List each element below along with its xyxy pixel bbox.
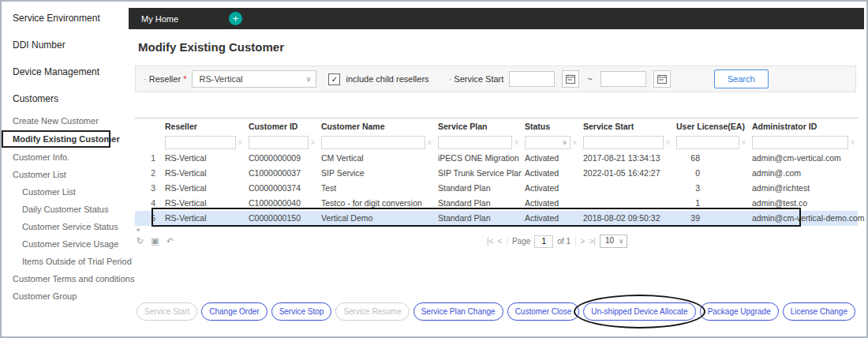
sidebar-item-customer-service-status[interactable]: Customer Service Status: [2, 218, 129, 235]
column-header-service-plan[interactable]: Service Plan: [435, 118, 522, 135]
refresh-icon[interactable]: ↻: [137, 236, 144, 246]
service-start-to-input[interactable]: [600, 71, 646, 87]
cell: admin@cm-vertical-demo.com: [749, 211, 858, 226]
cell: SIP Trunk Service Plan: [435, 166, 522, 181]
sidebar-item-create-new-customer[interactable]: Create New Customer: [2, 112, 129, 130]
required-mark: *: [183, 74, 186, 84]
clear-filter-icon[interactable]: X: [742, 139, 746, 146]
sidebar-item-modify-existing-customer[interactable]: Modify Existing Customer: [2, 130, 110, 148]
customer-id-filter-input[interactable]: [249, 136, 309, 149]
hscroll-left-icon[interactable]: ◄: [135, 227, 140, 232]
sidebar-item-customer-terms-and-conditions[interactable]: Customer Terms and conditions: [2, 270, 129, 287]
calendar-icon: [657, 74, 667, 84]
cell: C0000000009: [245, 151, 318, 166]
column-header-status[interactable]: Status: [522, 118, 580, 135]
sidebar-item-service-environment[interactable]: Service Environment: [2, 5, 129, 32]
app-window: Service EnvironmentDDI NumberDevice Mana…: [0, 0, 868, 338]
service-stop-button[interactable]: Service Stop: [271, 302, 332, 321]
page-size-select[interactable]: 10∨: [600, 235, 627, 248]
pager-divider: |: [506, 237, 508, 246]
customer-name-filter-input[interactable]: [321, 136, 425, 149]
column-header-customer-id[interactable]: Customer ID: [245, 118, 318, 135]
sidebar-item-items-outside-of-trial-period[interactable]: Items Outside of Trial Period: [2, 253, 129, 270]
first-page-icon[interactable]: |<: [487, 237, 493, 246]
cell: Test: [318, 181, 435, 196]
table-body: 1RS-VerticalC0000000009CM VerticaliPECS …: [135, 151, 858, 226]
cell: admin@richtest: [749, 181, 858, 196]
calendar-to-button[interactable]: [653, 70, 671, 88]
column-header-customer-name[interactable]: Customer Name: [318, 118, 435, 135]
table-row-C0000000009[interactable]: 1RS-VerticalC0000000009CM VerticaliPECS …: [135, 151, 858, 166]
table-row-C0000000374[interactable]: 3RS-VerticalC0000000374TestStandard Plan…: [135, 181, 858, 196]
clear-filter-icon[interactable]: X: [238, 139, 242, 146]
sidebar-item-daily-customer-status[interactable]: Daily Customer Status: [2, 201, 129, 218]
include-child-resellers-checkbox[interactable]: ✓: [328, 73, 340, 85]
prev-page-icon[interactable]: <: [497, 237, 502, 246]
column-header-administrator-id[interactable]: Administrator ID: [749, 118, 858, 135]
table-row-C0000000150[interactable]: 5RS-VerticalC0000000150Vertical DemoStan…: [135, 211, 858, 226]
change-order-button[interactable]: Change Order: [201, 302, 267, 321]
customer-close-button[interactable]: Customer Close: [507, 302, 580, 321]
sidebar: Service EnvironmentDDI NumberDevice Mana…: [2, 2, 129, 336]
reseller-select[interactable]: RS-Vertical∨: [192, 70, 316, 88]
clear-filter-icon[interactable]: X: [514, 139, 518, 146]
clear-filter-icon[interactable]: X: [573, 139, 577, 146]
table-row-C1000000040[interactable]: 4RS-VerticalC1000000040Testco - for digi…: [135, 196, 858, 211]
customer-table: ResellerCustomer IDCustomer NameService …: [135, 118, 858, 226]
sidebar-item-customer-list[interactable]: Customer List: [2, 166, 129, 183]
cell: RS-Vertical: [162, 196, 245, 211]
calendar-from-button[interactable]: [562, 70, 579, 88]
cell: admin@.com: [749, 166, 858, 181]
cell: Standard Plan: [435, 196, 522, 211]
column-header-user-license-ea[interactable]: User License(EA): [673, 118, 749, 135]
column-header-reseller[interactable]: Reseller: [162, 118, 245, 135]
search-button[interactable]: Search: [714, 69, 769, 88]
sidebar-item-customer-group[interactable]: Customer Group: [2, 287, 129, 305]
cell: 4: [135, 196, 162, 211]
cell: [580, 181, 673, 196]
license-change-button[interactable]: License Change: [783, 302, 855, 321]
sidebar-item-ddi-number[interactable]: DDI Number: [2, 32, 129, 58]
service-plan-change-button[interactable]: Service Plan Change: [413, 302, 503, 321]
next-page-icon[interactable]: >: [581, 237, 586, 246]
cell: 39: [673, 211, 749, 226]
service-plan-filter-input[interactable]: [438, 136, 512, 149]
reseller-label: · Reseller *: [144, 74, 186, 84]
last-page-icon[interactable]: >|: [589, 237, 595, 246]
status-filter-select[interactable]: ∨: [525, 136, 571, 149]
clear-filter-icon[interactable]: X: [666, 139, 670, 146]
cell: admin@test.co: [749, 196, 858, 211]
cell: 5: [135, 211, 162, 226]
service-start-filter-input[interactable]: [583, 136, 664, 149]
un-shipped-device-allocate-button[interactable]: Un-shipped Device Allocate: [583, 302, 695, 321]
page-of-label: of 1: [557, 237, 571, 246]
cell: 2: [135, 166, 162, 181]
administrator-id-filter-input[interactable]: [752, 136, 848, 149]
page-number-input[interactable]: [534, 235, 553, 248]
user-license-ea-filter-input[interactable]: [676, 136, 739, 149]
tab-my-home[interactable]: My Home: [129, 14, 191, 24]
pager-divider: |: [574, 237, 577, 246]
clear-filter-icon[interactable]: X: [428, 139, 432, 146]
column-header-service-start[interactable]: Service Start: [580, 118, 673, 135]
cell: Activated: [522, 166, 580, 181]
table-header-row: ResellerCustomer IDCustomer NameService …: [135, 118, 858, 135]
sidebar-item-customer-info[interactable]: Customer Info.: [2, 148, 129, 166]
sidebar-item-device-management[interactable]: Device Management: [2, 58, 129, 85]
table-row-C1000000037[interactable]: 2RS-VerticalC1000000037SIP ServiceSIP Tr…: [135, 166, 858, 181]
cell: 1: [673, 196, 749, 211]
sidebar-item-customer-service-usage[interactable]: Customer Service Usage: [2, 235, 129, 253]
package-upgrade-button[interactable]: Package Upgrade: [700, 302, 779, 321]
sidebar-item-customers[interactable]: Customers: [2, 85, 129, 112]
service-start-from-input[interactable]: [509, 71, 555, 87]
grid-icon[interactable]: ▣: [151, 236, 159, 246]
cell: C1000000040: [245, 196, 318, 211]
undo-icon[interactable]: ↶: [166, 236, 174, 246]
bullet: ·: [449, 74, 452, 84]
clear-filter-icon[interactable]: X: [311, 139, 315, 146]
reseller-filter-input[interactable]: [165, 136, 236, 149]
sidebar-item-customer-list[interactable]: Customer List: [2, 183, 129, 201]
filter-bar: · Reseller * RS-Vertical∨ ✓ include chil…: [135, 66, 856, 92]
add-tab-button[interactable]: +: [229, 12, 242, 25]
clear-filter-icon[interactable]: X: [851, 139, 855, 146]
